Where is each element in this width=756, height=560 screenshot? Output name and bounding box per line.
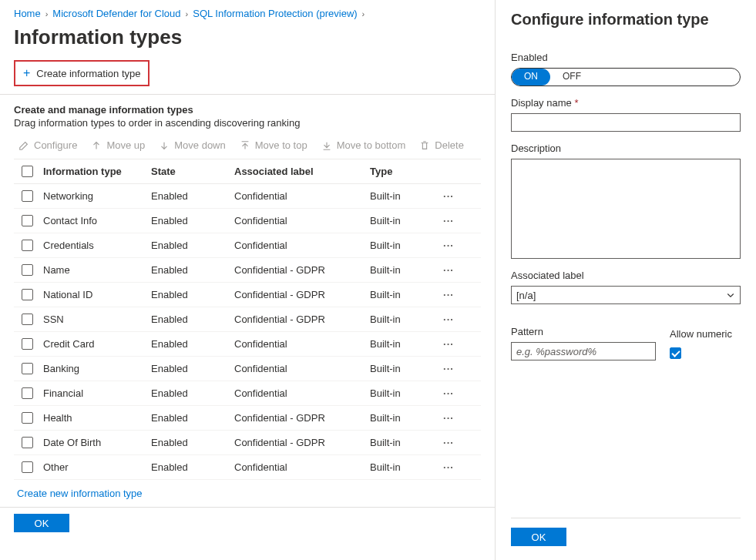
table-row[interactable]: Contact InfoEnabledConfidentialBuilt-in·…: [14, 209, 481, 233]
associated-label-select[interactable]: [n/a]: [511, 286, 741, 304]
cell-state: Enabled: [148, 359, 231, 378]
crumb-home[interactable]: Home: [14, 8, 41, 19]
chevron-right-icon: ›: [362, 9, 365, 18]
row-checkbox[interactable]: [22, 412, 33, 424]
display-name-input[interactable]: [511, 113, 741, 132]
table-row[interactable]: BankingEnabledConfidentialBuilt-in···: [14, 357, 481, 381]
cell-info-type: National ID: [40, 285, 148, 304]
cell-info-type: Contact Info: [40, 211, 148, 230]
row-more-button[interactable]: ···: [433, 433, 464, 452]
panel-ok-button[interactable]: OK: [511, 528, 566, 546]
row-more-button[interactable]: ···: [433, 285, 464, 304]
create-new-info-type-link[interactable]: Create new information type: [14, 480, 481, 507]
cell-info-type: Financial: [40, 384, 148, 403]
panel-title: Configure information type: [511, 11, 741, 29]
crumb-defender[interactable]: Microsoft Defender for Cloud: [52, 8, 180, 19]
arrow-bottom-icon: [321, 140, 332, 151]
required-indicator: *: [574, 97, 578, 109]
row-more-button[interactable]: ···: [433, 236, 464, 255]
cell-info-type: Name: [40, 260, 148, 280]
cell-info-type: Credit Card: [40, 334, 148, 354]
toggle-off[interactable]: OFF: [550, 69, 593, 86]
row-checkbox[interactable]: [22, 215, 33, 226]
col-state[interactable]: State: [148, 162, 231, 181]
row-checkbox[interactable]: [22, 387, 33, 399]
col-label[interactable]: Associated label: [231, 162, 367, 181]
cell-state: Enabled: [148, 285, 231, 304]
table-row[interactable]: NameEnabledConfidential - GDPRBuilt-in··…: [14, 258, 481, 283]
arrow-down-icon: [159, 140, 170, 151]
table-row[interactable]: NetworkingEnabledConfidentialBuilt-in···: [14, 184, 481, 209]
crumb-sqlip[interactable]: SQL Information Protection (preview): [193, 8, 357, 19]
select-all-checkbox[interactable]: [22, 166, 33, 177]
table-row[interactable]: CredentialsEnabledConfidentialBuilt-in··…: [14, 233, 481, 258]
col-info-type[interactable]: Information type: [40, 162, 148, 181]
cell-info-type: Credentials: [40, 236, 148, 255]
row-more-button[interactable]: ···: [433, 260, 464, 280]
table-row[interactable]: HealthEnabledConfidential - GDPRBuilt-in…: [14, 406, 481, 431]
row-more-button[interactable]: ···: [433, 310, 464, 329]
row-checkbox[interactable]: [22, 190, 33, 202]
table-row[interactable]: FinancialEnabledConfidentialBuilt-in···: [14, 381, 481, 406]
ok-button[interactable]: OK: [14, 514, 69, 532]
cell-label: Confidential - GDPR: [231, 260, 367, 280]
move-up-button[interactable]: Move up: [91, 139, 145, 151]
row-checkbox[interactable]: [22, 289, 33, 300]
create-information-type-label: Create information type: [36, 68, 140, 79]
enabled-toggle[interactable]: ON OFF: [511, 68, 741, 86]
cell-state: Enabled: [148, 310, 231, 329]
row-more-button[interactable]: ···: [433, 334, 464, 354]
row-checkbox[interactable]: [22, 264, 33, 276]
cell-label: Confidential: [231, 211, 367, 230]
pattern-input[interactable]: [511, 342, 656, 360]
table-row[interactable]: Credit CardEnabledConfidentialBuilt-in··…: [14, 332, 481, 357]
chevron-right-icon: ›: [186, 9, 189, 18]
cell-state: Enabled: [148, 384, 231, 403]
table-row[interactable]: SSNEnabledConfidential - GDPRBuilt-in···: [14, 307, 481, 332]
plus-icon: +: [23, 66, 30, 80]
row-more-button[interactable]: ···: [433, 211, 464, 230]
table-row[interactable]: National IDEnabledConfidential - GDPRBui…: [14, 283, 481, 307]
toggle-on[interactable]: ON: [512, 69, 550, 86]
row-checkbox[interactable]: [22, 338, 33, 350]
cell-label: Confidential - GDPR: [231, 310, 367, 329]
row-checkbox[interactable]: [22, 437, 33, 448]
chevron-down-icon: [726, 290, 735, 300]
row-more-button[interactable]: ···: [433, 458, 464, 477]
main-pane: Home › Microsoft Defender for Cloud › SQ…: [0, 0, 496, 560]
move-bottom-button[interactable]: Move to bottom: [321, 139, 406, 151]
page-title: Information types: [14, 25, 481, 49]
row-more-button[interactable]: ···: [433, 384, 464, 403]
cell-type: Built-in: [367, 285, 433, 304]
row-more-button[interactable]: ···: [433, 408, 464, 428]
grid-toolbar: Configure Move up Move down Move to top …: [14, 129, 481, 159]
row-checkbox[interactable]: [22, 240, 33, 251]
delete-button[interactable]: Delete: [419, 139, 464, 151]
move-top-button[interactable]: Move to top: [240, 139, 307, 151]
cell-type: Built-in: [367, 433, 433, 452]
cell-label: Confidential: [231, 236, 367, 255]
row-checkbox[interactable]: [22, 461, 33, 473]
associated-label-label: Associated label: [511, 270, 741, 281]
table-row[interactable]: OtherEnabledConfidentialBuilt-in···: [14, 455, 481, 480]
table-row[interactable]: Date Of BirthEnabledConfidential - GDPRB…: [14, 431, 481, 455]
description-input[interactable]: [511, 159, 741, 259]
cell-state: Enabled: [148, 458, 231, 477]
cell-type: Built-in: [367, 458, 433, 477]
chevron-right-icon: ›: [45, 9, 49, 18]
row-checkbox[interactable]: [22, 363, 33, 374]
create-information-type-button[interactable]: + Create information type: [14, 60, 150, 86]
row-more-button[interactable]: ···: [433, 186, 464, 206]
allow-numeric-checkbox[interactable]: [670, 347, 681, 359]
row-more-button[interactable]: ···: [433, 359, 464, 378]
cell-info-type: Other: [40, 458, 148, 477]
configure-button[interactable]: Configure: [18, 139, 77, 151]
row-checkbox[interactable]: [22, 314, 33, 325]
move-down-button[interactable]: Move down: [159, 139, 225, 151]
cell-info-type: Networking: [40, 186, 148, 206]
cell-state: Enabled: [148, 408, 231, 428]
cell-label: Confidential - GDPR: [231, 285, 367, 304]
breadcrumb: Home › Microsoft Defender for Cloud › SQ…: [14, 8, 481, 19]
col-type[interactable]: Type: [367, 162, 433, 181]
cell-type: Built-in: [367, 359, 433, 378]
